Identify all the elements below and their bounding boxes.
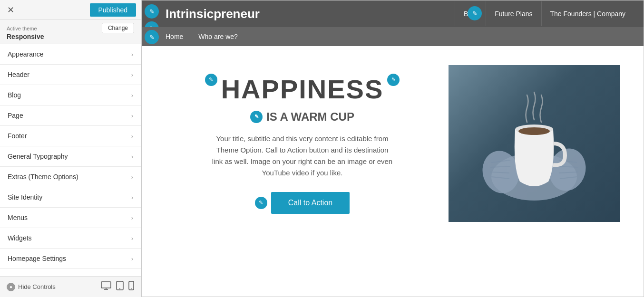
- edit-hero-title-icon[interactable]: ✎: [205, 74, 217, 86]
- hero-title: HAPPINESS: [221, 74, 384, 105]
- active-theme-name: Responsive: [7, 33, 44, 40]
- hero-body: Your title, subtitle and this very conte…: [212, 133, 393, 179]
- sidebar-item-label-widgets: Widgets: [8, 234, 32, 242]
- edit-cta-icon[interactable]: ✎: [255, 197, 267, 209]
- edit-hero-title-icon-2[interactable]: ✎: [387, 74, 400, 86]
- sidebar-item-site-identity[interactable]: Site Identity ›: [0, 187, 141, 208]
- sidebar-item-label-general-typography: General Typography: [8, 153, 68, 160]
- sidebar-item-label-page: Page: [8, 112, 23, 119]
- svg-point-6: [131, 288, 132, 289]
- svg-rect-0: [101, 282, 111, 288]
- svg-point-19: [518, 127, 550, 135]
- cup-illustration: [482, 82, 586, 205]
- edit-nav-circle[interactable]: ✎: [468, 6, 482, 20]
- sidebar-item-appearance[interactable]: Appearance ›: [0, 44, 141, 65]
- site-header: ✎ ✎ Intrinsicpreneur ✎ Blog Future Plans…: [142, 0, 644, 27]
- sidebar-item-header[interactable]: Header ›: [0, 65, 141, 85]
- sidebar-item-extras[interactable]: Extras (Theme Options) ›: [0, 167, 141, 187]
- device-icon-group: [101, 281, 134, 293]
- cta-button[interactable]: Call to Action: [271, 192, 350, 214]
- desktop-icon[interactable]: [101, 281, 111, 293]
- tablet-icon[interactable]: [116, 281, 124, 293]
- sidebar-item-label-menus: Menus: [8, 214, 28, 221]
- nav-founders[interactable]: The Founders | Company: [541, 1, 634, 26]
- sidebar: ✕ Published Active theme Responsive Chan…: [0, 0, 141, 297]
- sidebar-item-menus[interactable]: Menus ›: [0, 208, 141, 228]
- chevron-icon-menus: ›: [131, 214, 133, 221]
- sidebar-item-label-appearance: Appearance: [8, 50, 44, 58]
- change-theme-button[interactable]: Change: [102, 23, 134, 33]
- hero-subtitle: IS A WARM CUP: [266, 110, 354, 124]
- sidebar-item-page[interactable]: Page ›: [0, 105, 141, 126]
- site-secondary-nav: ✎ ✎ Home Who are we?: [142, 27, 644, 46]
- sidebar-item-label-blog: Blog: [8, 91, 21, 99]
- active-theme-label: Active theme: [7, 26, 37, 31]
- sidebar-top-bar: ✕ Published: [0, 0, 141, 20]
- cta-wrapper: ✎ Call to Action: [175, 192, 429, 214]
- site-content-box: ✎ ✎ Intrinsicpreneur ✎ Blog Future Plans…: [141, 0, 644, 297]
- svg-point-4: [119, 288, 120, 289]
- sidebar-menu: Appearance › Header › Blog › Page › Foot…: [0, 44, 141, 276]
- sidebar-item-homepage-settings[interactable]: Homepage Settings ›: [0, 249, 141, 269]
- hide-controls-label: Hide Controls: [18, 283, 56, 290]
- hero-image: [449, 65, 620, 222]
- chevron-icon-general-typography: ›: [131, 153, 133, 160]
- chevron-icon-widgets: ›: [131, 235, 133, 242]
- sidebar-item-label-homepage-settings: Homepage Settings: [8, 255, 66, 262]
- nav-future-plans[interactable]: Future Plans: [486, 1, 541, 26]
- chevron-icon-appearance: ›: [131, 51, 133, 58]
- chevron-icon-footer: ›: [131, 133, 133, 140]
- hide-controls-button[interactable]: ● Hide Controls: [7, 283, 56, 291]
- chevron-icon-extras: ›: [131, 173, 133, 181]
- published-button[interactable]: Published: [90, 3, 137, 17]
- chevron-icon-header: ›: [131, 71, 133, 78]
- eye-icon: ●: [7, 283, 15, 291]
- sidebar-item-label-site-identity: Site Identity: [8, 193, 42, 201]
- chevron-icon-homepage-settings: ›: [131, 255, 133, 262]
- site-wrapper: ✎ ✎ Intrinsicpreneur ✎ Blog Future Plans…: [141, 0, 644, 297]
- edit-hero-subtitle-icon[interactable]: ✎: [250, 111, 263, 123]
- sidebar-item-general-typography[interactable]: General Typography ›: [0, 146, 141, 167]
- chevron-icon-site-identity: ›: [131, 194, 133, 201]
- main-content: ✎ ✎ Intrinsicpreneur ✎ Blog Future Plans…: [141, 0, 644, 297]
- site-title: Intrinsicpreneur: [151, 7, 260, 21]
- sidebar-item-label-extras: Extras (Theme Options): [8, 173, 78, 181]
- sidebar-item-footer[interactable]: Footer ›: [0, 126, 141, 146]
- sidebar-item-widgets[interactable]: Widgets ›: [0, 228, 141, 249]
- secondary-nav-who[interactable]: Who are we?: [191, 28, 245, 45]
- sidebar-item-label-footer: Footer: [8, 132, 27, 140]
- hero-title-row: ✎ HAPPINESS ✎: [175, 74, 429, 108]
- hero-subtitle-row: ✎ IS A WARM CUP: [175, 110, 429, 124]
- close-button[interactable]: ✕: [5, 4, 16, 16]
- chevron-icon-blog: ›: [131, 92, 133, 99]
- chevron-icon-page: ›: [131, 112, 133, 119]
- edit-nav-icon[interactable]: ✎: [468, 6, 482, 20]
- sidebar-bottom-bar: ● Hide Controls: [0, 276, 141, 297]
- mobile-icon[interactable]: [128, 281, 134, 293]
- cup-scene: [449, 65, 620, 222]
- edit-header-icon-1[interactable]: ✎: [145, 4, 159, 19]
- sidebar-item-label-header: Header: [8, 71, 29, 78]
- hero-section: ✎ HAPPINESS ✎ ✎ IS A WARM CUP Your title…: [142, 46, 644, 241]
- sidebar-item-blog[interactable]: Blog ›: [0, 85, 141, 105]
- edit-secondary-nav-icon-1[interactable]: ✎: [145, 30, 159, 44]
- hero-text: ✎ HAPPINESS ✎ ✎ IS A WARM CUP Your title…: [175, 74, 429, 214]
- active-theme-section: Active theme Responsive Change: [0, 20, 141, 44]
